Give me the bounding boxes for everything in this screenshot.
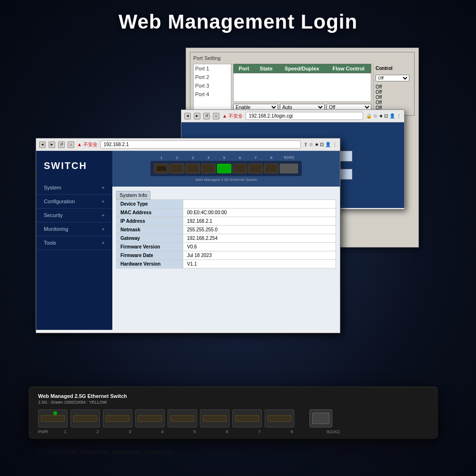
port-4-label: Port 4 <box>194 90 231 99</box>
col-flow: Flow Control <box>326 64 371 73</box>
system-expand-icon: + <box>102 185 105 190</box>
hw-port-4 <box>135 409 165 427</box>
main-browser-icons: ⇪ ☆ ★ ⊡ 👤 ⋮ <box>304 142 337 147</box>
config-expand-icon: + <box>102 198 105 204</box>
val-fw-date: Jul 18 2023 <box>183 251 336 260</box>
hardware-section: Web Managed 2.5G Ethernet Switch 2.5G : … <box>29 387 438 457</box>
diag-port-7 <box>248 164 263 173</box>
val-ip: 192.168.2.1 <box>183 217 336 226</box>
rj45-connector-6 <box>203 415 227 422</box>
table-row: IP Address 192.168.2.1 <box>117 217 336 226</box>
val-mac: 00:E0:4C:00:00:00 <box>183 208 336 217</box>
page-title: Web Management Login <box>0 0 476 33</box>
reload-btn[interactable]: ↺ <box>203 113 210 119</box>
pnum-1: 1 <box>154 156 169 160</box>
pnum-6: 6 <box>233 156 247 160</box>
sidebar-item-security[interactable]: Security + <box>36 208 112 222</box>
hw-port-1 <box>38 409 68 427</box>
sfp-connector <box>312 413 329 424</box>
hw-ports-row <box>38 409 428 427</box>
right-col-select[interactable]: Off <box>376 75 409 81</box>
rj45-connector-4 <box>138 415 162 422</box>
val-gateway: 192.168.2.254 <box>183 234 336 243</box>
hw-sfp-port <box>309 409 332 427</box>
pnum-4: 4 <box>201 156 216 160</box>
sidebar-item-configuration[interactable]: Configuration + <box>36 195 112 208</box>
main-security-warning: ▲ 不安全 <box>77 141 98 148</box>
key-fw-version: Firmware Version <box>117 243 183 251</box>
rj45-connector-2 <box>73 415 97 422</box>
security-warning: ▲ 不安全 <box>222 113 243 119</box>
system-info-section: System Info Device Type MAC Address 00:E… <box>112 187 340 272</box>
val-hw-version: V1.1 <box>183 260 336 268</box>
forward-btn[interactable]: ► <box>194 113 200 119</box>
hw-label-3: 3 <box>115 429 145 434</box>
main-back-btn[interactable]: ◄ <box>39 141 46 148</box>
pnum-3: 3 <box>186 156 200 160</box>
hw-label-pwr: PWR <box>38 429 48 434</box>
url-bar[interactable]: 192.168.2.1/login.cgi <box>246 112 363 120</box>
key-fw-date: Firmware Date <box>117 251 183 260</box>
table-row: MAC Address 00:E0:4C:00:00:00 <box>117 208 336 217</box>
diag-port-3 <box>186 164 200 173</box>
port-1-label: Port 1 <box>194 64 231 73</box>
main-home-btn[interactable]: ⌂ <box>68 141 74 148</box>
system-info-table: Device Type MAC Address 00:E0:4C:00:00:0… <box>116 199 336 268</box>
sidebar-item-monitoring[interactable]: Monitoring + <box>36 222 112 236</box>
diag-port-2 <box>170 164 184 173</box>
port-setting-title: Port Setting <box>193 55 411 61</box>
hw-port-2 <box>70 409 100 427</box>
col-speed: Speed/Duplex <box>278 64 326 73</box>
sidebar-item-tools[interactable]: Tools + <box>36 236 112 250</box>
tools-expand-icon: + <box>102 240 105 246</box>
pnum-sfp: 9(10G) <box>280 156 298 160</box>
main-url-bar[interactable]: 192.168.2.1 <box>100 140 301 149</box>
key-hw-version: Hardware Version <box>117 260 183 268</box>
monitoring-expand-icon: + <box>102 226 105 232</box>
table-row: Gateway 192.168.2.254 <box>117 234 336 243</box>
hw-port-5 <box>168 409 197 427</box>
rc-item-2: Off <box>376 95 409 100</box>
sidebar-item-system[interactable]: System + <box>36 181 112 195</box>
rj45-connector-8 <box>268 415 291 422</box>
hw-port-8 <box>265 409 294 427</box>
switch-subtitle: Web Managed 2.5G Ethernet Switch <box>195 178 257 182</box>
main-reload-btn[interactable]: ↺ <box>58 141 65 148</box>
hw-reflection-layer <box>38 448 428 457</box>
sidebar-brand: SWITCH <box>36 151 112 181</box>
rc-item-1: Off <box>376 89 409 95</box>
key-gateway: Gateway <box>117 234 183 243</box>
pnum-8: 8 <box>264 156 278 160</box>
pnum-5: 5 <box>217 156 231 160</box>
hw-model-label: Web Managed 2.5G Ethernet Switch <box>38 393 428 399</box>
key-mac: MAC Address <box>117 208 183 217</box>
hw-label-4: 4 <box>148 429 177 434</box>
pwr-led <box>53 411 57 415</box>
diag-port-1 <box>154 164 169 173</box>
home-btn[interactable]: ⌂ <box>213 113 219 119</box>
hw-reflection <box>38 439 428 448</box>
right-col-title: Control <box>376 66 409 71</box>
hw-port-7 <box>232 409 262 427</box>
sidebar: SWITCH System + Configuration + Security… <box>36 151 112 330</box>
main-management-window: ◄ ► ↺ ⌂ ▲ 不安全 192.168.2.1 ⇪ ☆ ★ ⊡ 👤 ⋮ SW… <box>36 138 340 333</box>
rc-item-0: Off <box>376 84 409 89</box>
main-browser-bar: ◄ ► ↺ ⌂ ▲ 不安全 192.168.2.1 ⇪ ☆ ★ ⊡ 👤 ⋮ <box>36 139 340 151</box>
switch-hardware-body: Web Managed 2.5G Ethernet Switch 2.5G : … <box>29 387 438 439</box>
key-device-type: Device Type <box>117 200 183 208</box>
port-3-label: Port 3 <box>194 81 231 90</box>
port-2-label: Port 2 <box>194 73 231 81</box>
hw-label-6: 6 <box>212 429 242 434</box>
security-expand-icon: + <box>102 212 105 218</box>
rj45-connector-3 <box>106 415 129 422</box>
hw-labels-row: PWR 1 2 3 4 5 6 7 8 9(10G) <box>38 429 428 434</box>
hw-label-1: 1 <box>50 429 80 434</box>
col-state: State <box>254 64 278 73</box>
browser-icons: 🔒 ☆ ★ ⊡ 👤 ⋮ <box>366 113 401 119</box>
table-row: Netmask 255.255.255.0 <box>117 226 336 234</box>
main-forward-btn[interactable]: ► <box>49 141 55 148</box>
table-row: Hardware Version V1.1 <box>117 260 336 268</box>
back-btn[interactable]: ◄ <box>184 113 191 119</box>
diag-port-8 <box>264 164 278 173</box>
hw-label-2: 2 <box>83 429 112 434</box>
